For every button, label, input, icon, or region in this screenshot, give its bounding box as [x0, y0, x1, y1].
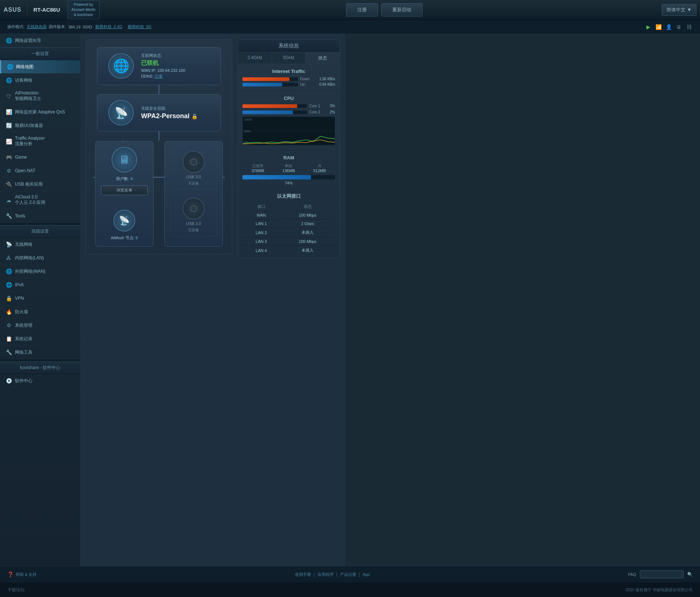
status-icons: ▶ 📶 👤 🖥 ⛓ — [645, 23, 693, 31]
bottom-bar: 卡饭论坛 2020 版权属于 华硕电脑股份有限公司 — [0, 582, 700, 597]
traffic-up-bar — [242, 83, 282, 86]
sidebar-item-uu-accelerator[interactable]: 🔄 顺易UU加速器 — [0, 119, 80, 132]
ssid-label: SSID: — [83, 25, 93, 29]
lock-icon: 🔒 — [191, 113, 198, 119]
sidebar-item-network-map[interactable]: 🌐 网络地图 — [0, 60, 80, 74]
wifi-icon: 📶 — [655, 23, 662, 31]
table-row: LAN 4 未插入 — [242, 246, 335, 255]
usb20-icon: ⬡ — [183, 198, 205, 220]
browse-clients-button[interactable]: 浏览名单 — [101, 185, 148, 195]
language-selector[interactable]: 简体中文 ▼ — [662, 4, 696, 16]
clients-box: 🖥 用户数: 4 浏览名单 📡 AiMesh 节点: 0 — [95, 141, 153, 247]
ethernet-table: 接口 状态 WAN 100 Mbps LAN 1 1 Gbps — [242, 202, 335, 255]
traffic-up-value: 0.84 KB/s — [311, 82, 335, 86]
tab-status[interactable]: 状态 — [306, 53, 339, 64]
bottom-nodes-row: 🖥 用户数: 4 浏览名单 📡 AiMesh 节点: 0 — [95, 141, 223, 247]
usb-apps-icon: 🔌 — [5, 181, 12, 187]
register-button[interactable]: 注册 — [346, 3, 378, 16]
sidebar-item-wireless[interactable]: 📡 无线网络 — [0, 238, 80, 251]
product-reg-link[interactable]: 产品注册 — [340, 572, 356, 577]
sidebar-item-traffic-analyzer[interactable]: 📈 Traffic Analyzer流量分析 — [0, 132, 80, 151]
sidebar-item-network-tools[interactable]: 🔧 网络工具 — [0, 346, 80, 359]
network-map-icon: 🌐 — [7, 63, 13, 70]
sidebar-item-firewall[interactable]: 🔥 防火墙 — [0, 305, 80, 319]
admin-icon: ⚙ — [5, 322, 12, 329]
cpu-graph-label-100: 100% — [244, 118, 252, 121]
sidebar-item-syslog[interactable]: 📋 系统记录 — [0, 332, 80, 346]
footer-right: FAQ 🔍 — [628, 570, 693, 578]
cpu-core1-value: 3% — [326, 104, 335, 108]
sidebar-item-setup-wizard[interactable]: 🌐 网络设置向导 — [0, 34, 80, 47]
ssid-5[interactable]: 酷势科技_5G — [128, 24, 152, 30]
ram-bar — [242, 175, 311, 179]
vpn-icon: 🔒 — [5, 295, 12, 302]
eth-lan3-interface: LAN 3 — [242, 237, 280, 246]
cpu-title: CPU — [242, 94, 335, 104]
right-panel: 系统信息 2.4GHz 5GHz 状态 Internet Traffic Dow… — [238, 39, 340, 561]
ddns-link[interactable]: 注册 — [155, 74, 163, 78]
search-icon[interactable]: 🔍 — [687, 572, 693, 577]
sidebar-item-software-center[interactable]: 💿 软件中心 — [0, 374, 80, 388]
internet-node-row: 🌐 互联网状态: 已联机 WAN IP: 100.64.232.100 DDNS… — [93, 47, 225, 85]
system-info-panel: 系统信息 2.4GHz 5GHz 状态 Internet Traffic Dow… — [238, 39, 340, 258]
table-row: LAN 2 未插入 — [242, 228, 335, 237]
cpu-core1-bar-container — [242, 104, 307, 108]
usb30-label: USB 3.0 — [186, 175, 201, 179]
eth-lan2-status: 未插入 — [280, 228, 335, 237]
sidebar-item-admin[interactable]: ⚙ 系统管理 — [0, 319, 80, 332]
sidebar-item-lan[interactable]: 🖧 内部网络(LAN) — [0, 251, 80, 265]
eth-lan4-interface: LAN 4 — [242, 246, 280, 255]
wireless-icon: 📡 — [5, 241, 12, 248]
traffic-up-bar-container — [242, 83, 298, 86]
aimesh-count: 0 — [136, 236, 138, 240]
reboot-button[interactable]: 重新启动 — [381, 3, 423, 16]
mode-value[interactable]: 无线路由器 — [27, 24, 47, 30]
aicloud-icon: ☁ — [5, 197, 12, 203]
setup-wizard-icon: 🌐 — [5, 37, 12, 44]
internet-status-label: 互联网状态: — [141, 53, 185, 58]
sidebar-item-guest-network[interactable]: 🌐 访客网络 — [0, 74, 80, 87]
tab-24ghz[interactable]: 2.4GHz — [238, 53, 272, 64]
ssid-24[interactable]: 酷势科技_2.4G — [96, 24, 122, 30]
usb-icon: 🖥 — [675, 23, 682, 31]
asus-logo: ASUS — [4, 7, 21, 13]
router-box: 📡 无线安全层级: WPA2-Personal 🔒 — [97, 94, 221, 131]
mode-label: 操作模式: — [7, 24, 24, 30]
usb30-icon: ⬡ — [183, 151, 205, 173]
ram-title: RAM — [242, 154, 335, 163]
help-link[interactable]: 帮助 & 支持 — [16, 572, 36, 577]
network-tools-icon: 🔧 — [5, 349, 12, 356]
cpu-core1-label: Core 1 — [309, 104, 324, 108]
sidebar-item-game[interactable]: 🎮 Game — [0, 151, 80, 164]
game-icon: 🎮 — [5, 154, 12, 160]
manual-link[interactable]: 使用手册 — [295, 572, 311, 577]
cpu-core2-row: Core 2 2% — [242, 110, 335, 114]
sidebar-item-wan[interactable]: 🌐 外部网络(WAN) — [0, 265, 80, 278]
main-layout: 🌐 网络设置向导 一般设置 🌐 网络地图 🌐 访客网络 🛡 AiProtecti… — [0, 34, 700, 566]
sidebar-item-tools[interactable]: 🔧 Tools — [0, 209, 80, 223]
sidebar-item-usb-apps[interactable]: 🔌 USB 相关应用 — [0, 178, 80, 191]
help-icon: ❓ — [7, 571, 13, 577]
sidebar-item-ipv6[interactable]: 🌐 IPv6 — [0, 278, 80, 292]
eth-lan4-status: 未插入 — [280, 246, 335, 255]
sidebar-item-aiprotection[interactable]: 🛡 AiProtection智能网络卫士 — [0, 87, 80, 105]
internet-status-value: 已联机 — [141, 59, 185, 67]
footer-help: ❓ 帮助 & 支持 — [7, 571, 36, 577]
ram-used: 已使用 376MB — [252, 163, 264, 173]
app-link2[interactable]: App — [363, 572, 370, 577]
traffic-up-label: Up: — [300, 82, 309, 86]
top-header: ASUS RT-AC86U Powered byAsuswrt-Merlin& … — [0, 0, 700, 20]
footer-search-input[interactable] — [640, 570, 684, 578]
sidebar-item-vpn[interactable]: 🔒 VPN — [0, 292, 80, 305]
sidebar-item-aicloud[interactable]: ☁ AiCloud 2.0个人云 2.0 应用 — [0, 191, 80, 209]
tab-5ghz[interactable]: 5GHz — [272, 53, 306, 64]
traffic-down-value: 1.00 KB/s — [311, 77, 335, 81]
table-row: LAN 3 100 Mbps — [242, 237, 335, 246]
lan-icon: 🖧 — [5, 255, 12, 261]
app-link[interactable]: 应用程序 — [318, 572, 334, 577]
sidebar-item-adaptive-qos[interactable]: 📊 网络监控家 Adaptive QoS — [0, 105, 80, 119]
sidebar-koolshare-title: koolshare - 软件中心 — [0, 361, 80, 374]
ethernet-section: 以太网接口 接口 状态 WAN 100 Mbps — [238, 188, 339, 258]
sidebar-item-open-nat[interactable]: ⚙ Open NAT — [0, 164, 80, 178]
guest-network-icon: 🌐 — [5, 77, 12, 84]
